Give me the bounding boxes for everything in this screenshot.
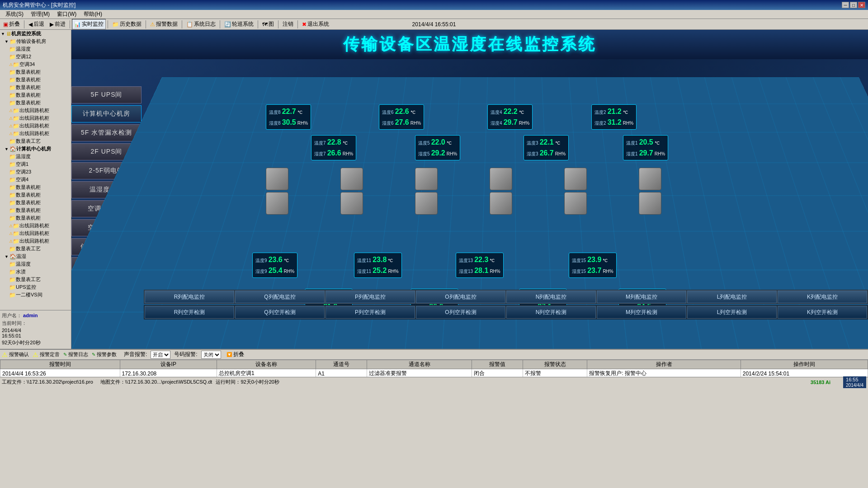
m-breaker-btn[interactable]: M列空开检测 — [597, 306, 686, 319]
toolbar-logout[interactable]: 注销 — [280, 19, 296, 29]
r-power-btn[interactable]: R列配电监控 — [145, 291, 234, 303]
alert-param-btn[interactable]: ✎ 报警参数 — [92, 351, 117, 358]
toolbar-back[interactable]: ◀ 后退 — [26, 19, 47, 29]
maximize-btn[interactable]: □ — [850, 2, 857, 8]
toolbar-exit[interactable]: ✖ 退出系统 — [300, 19, 331, 29]
nav-ups[interactable]: 📁UPS监控 — [8, 283, 71, 291]
l-breaker-btn[interactable]: L列空开检测 — [687, 306, 777, 319]
k-power-btn[interactable]: K列配电监控 — [778, 291, 867, 303]
o-breaker-btn[interactable]: O列空开检测 — [416, 306, 505, 319]
sensor-card-5: 温度5 22.0 ℃ 湿度5 29.2 RH% — [415, 135, 460, 160]
menu-window[interactable]: 窗口(W) — [53, 9, 80, 19]
status-file: 工程文件：\\172.16.30.202\project\16.pro — [2, 379, 93, 385]
nav-out-b[interactable]: ⚠📁出线回路机柜 — [8, 230, 71, 237]
side-btn-2[interactable]: 计算机中心机房 — [71, 105, 142, 122]
nav-outlet3[interactable]: ⚠📁出线回路机柜 — [8, 122, 71, 130]
nav-cab-d[interactable]: 📁数显表机柜 — [8, 206, 71, 214]
window-controls[interactable]: ─ □ ✕ — [842, 2, 865, 8]
nav-temp1[interactable]: 📁温湿度 — [8, 45, 71, 53]
nav-outlet4[interactable]: ⚠📁出线回路机柜 — [8, 130, 71, 137]
minimize-btn[interactable]: ─ — [842, 2, 849, 8]
q-power-btn[interactable]: Q列配电监控 — [235, 291, 325, 303]
n-power-btn[interactable]: N列配电监控 — [506, 291, 596, 303]
q-breaker-btn[interactable]: Q列空开检测 — [235, 306, 325, 319]
toolbar-collapse[interactable]: ▣ 折叠 — [1, 19, 22, 29]
col-channel-name: 通道名称 — [367, 360, 472, 369]
alert-table: 报警时间 设备IP 设备名称 通道号 通道名称 报警值 报警状态 操作者 操作时… — [0, 360, 868, 377]
alert-bar: ⚠ 报警确认 ⚠ 报警定音 ✎ 报警日志 ✎ 报警参数 声音报警: 开启 关闭 … — [0, 350, 868, 360]
toolbar-map[interactable]: 🗺 图 — [260, 19, 276, 29]
p-breaker-btn[interactable]: P列空开检测 — [326, 306, 415, 319]
nav-ac34[interactable]: ⚠📁空调34 — [8, 61, 71, 68]
alert-confirm-btn[interactable]: ⚠ 报警确认 — [2, 351, 29, 358]
k-breaker-btn[interactable]: K列空开检测 — [778, 306, 867, 319]
col-operator: 操作者 — [587, 360, 741, 369]
toolbar-forward[interactable]: ▶ 前进 — [47, 19, 68, 29]
nav-cab-e[interactable]: 📁数显表机柜 — [8, 214, 71, 222]
menu-help[interactable]: 帮助(H) — [80, 9, 106, 19]
sensor-card-15: 温度15 23.9 ℃ 湿度15 23.7 RH% — [569, 253, 617, 278]
alert-mute-btn[interactable]: ⚠ 报警定音 — [33, 351, 60, 358]
sensor-card-3: 温度3 22.1 ℃ 湿度3 26.7 RH% — [524, 135, 569, 160]
nav-cabinet1[interactable]: 📁数显表机柜 — [8, 68, 71, 76]
nav-cabinet4[interactable]: 📁数显表机柜 — [8, 91, 71, 99]
col-device-ip: 设备IP — [120, 360, 217, 369]
nav-cab-a[interactable]: 📁数显表机柜 — [8, 183, 71, 191]
sensor-card-13: 温度13 22.3 ℃ 湿度13 28.1 RH% — [456, 253, 504, 278]
fold-btn[interactable]: 🔽 折叠 — [226, 351, 244, 358]
nav-outlet2[interactable]: ⚠📁出线回路机柜 — [8, 114, 71, 122]
toolbar-alarm[interactable]: ⚠ 报警数据 — [148, 19, 180, 29]
taskbar-time: 16:55 2014/4/4 — [843, 376, 866, 388]
bottom-panel: ⚠ 报警确认 ⚠ 报警定音 ✎ 报警日志 ✎ 报警参数 声音报警: 开启 关闭 … — [0, 349, 868, 377]
toolbar-history[interactable]: 📁 历史数据 — [110, 19, 144, 29]
nav-craft3[interactable]: 📁数显表工艺 — [8, 276, 71, 283]
close-btn[interactable]: ✕ — [858, 2, 865, 8]
toolbar-syslog[interactable]: 📋 系统日志 — [184, 19, 218, 29]
menu-bar: 系统(S) 管理(M) 窗口(W) 帮助(H) 2014/4/4 16:55:0… — [0, 10, 868, 19]
col-channel-no: 通道号 — [316, 360, 367, 369]
nav-outlet1[interactable]: ⚠📁出线回路机柜 — [8, 107, 71, 114]
nav-out-a[interactable]: ⚠📁出线回路机柜 — [8, 222, 71, 230]
menu-system[interactable]: 系统(S) — [2, 9, 27, 19]
sensor-card-9: 温度9 23.6 ℃ 湿度9 25.4 RH% — [252, 253, 297, 278]
nav-transport[interactable]: ▼ 📁 传输设备机房 — [4, 38, 71, 45]
page-title: 传输设备区温湿度在线监控系统 — [80, 33, 859, 56]
nav-computer-room[interactable]: ▼ 🏠 计算机中心机房 — [4, 145, 71, 153]
sound-alarm-select[interactable]: 开启 关闭 — [151, 351, 170, 359]
nav-cabinet5[interactable]: 📁数显表机柜 — [8, 99, 71, 107]
nav-craft2[interactable]: 📁数显表工艺 — [8, 245, 71, 253]
o-power-btn[interactable]: O列配电监控 — [416, 291, 505, 303]
nav-out-c[interactable]: ⚠📁出线回路机柜 — [8, 237, 71, 245]
n-breaker-btn[interactable]: N列空开检测 — [506, 306, 596, 319]
nav-ac23[interactable]: 📁空调23 — [8, 168, 71, 176]
nav-ac12[interactable]: 📁空调12 — [8, 53, 71, 61]
nav-ac1[interactable]: 📁空调1 — [8, 160, 71, 168]
number-alarm-select[interactable]: 关闭 开启 — [201, 351, 221, 359]
nav-cabinet2[interactable]: 📁数显表机柜 — [8, 76, 71, 84]
sensor-card-8: 温度8 22.7 ℃ 湿度8 30.5 RH% — [266, 104, 311, 130]
side-btn-3[interactable]: 5F 水管漏水检测 — [71, 124, 142, 141]
side-btn-1[interactable]: 5F UPS间 — [71, 86, 142, 103]
nav-cab-c[interactable]: 📁数显表机柜 — [8, 199, 71, 206]
nav-temp2[interactable]: 📁温湿度 — [8, 153, 71, 160]
nav-wenshidu[interactable]: 📁温湿度 — [8, 260, 71, 268]
alert-log-btn[interactable]: ✎ 报警日志 — [63, 351, 88, 358]
l-power-btn[interactable]: L列配电监控 — [687, 291, 777, 303]
nav-ac4[interactable]: 📁空调4 — [8, 176, 71, 183]
m-power-btn[interactable]: M列配电监控 — [597, 291, 686, 303]
p-power-btn[interactable]: P列配电监控 — [326, 291, 415, 303]
nav-12vs[interactable]: 📁一二楼VS间 — [8, 291, 71, 299]
nav-cabinet3[interactable]: 📁数显表机柜 — [8, 84, 71, 91]
status-right-info: 35183 Ai — [811, 380, 830, 385]
nav-root[interactable]: ▼ 🖥 机房监控系统 — [0, 30, 71, 38]
bottom-row1: R列配电监控 Q列配电监控 P列配电监控 O列配电监控 N列配电监控 M列配电监… — [144, 290, 868, 304]
toolbar-realtime[interactable]: 📊 实时监控 — [72, 19, 106, 29]
toolbar-patrol[interactable]: 🔄 轮巡系统 — [222, 19, 256, 29]
r-breaker-btn[interactable]: R列空开检测 — [145, 306, 234, 319]
nav-craft1[interactable]: 📁数显表工艺 — [8, 137, 71, 145]
status-runtime: 运行时间：92天0小时分20秒 — [216, 379, 279, 385]
nav-water[interactable]: 📁水渍 — [8, 268, 71, 276]
nav-wenshiroom[interactable]: ▼ 🏠 温湿 — [4, 253, 71, 260]
menu-manage[interactable]: 管理(M) — [27, 9, 53, 19]
nav-cab-b[interactable]: 📁数显表机柜 — [8, 191, 71, 199]
